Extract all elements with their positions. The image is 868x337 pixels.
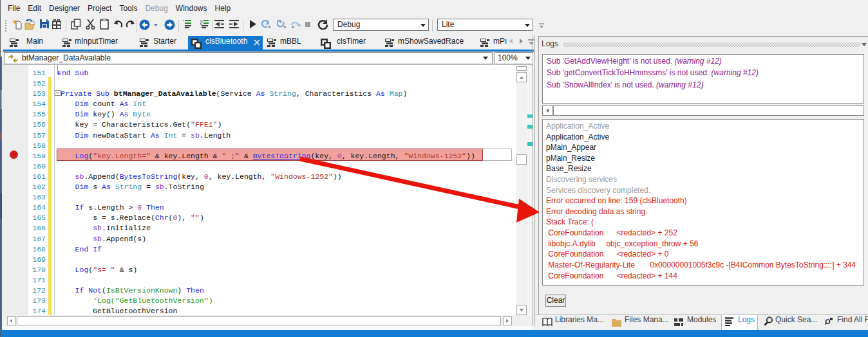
svg-text:2: 2: [200, 20, 203, 26]
